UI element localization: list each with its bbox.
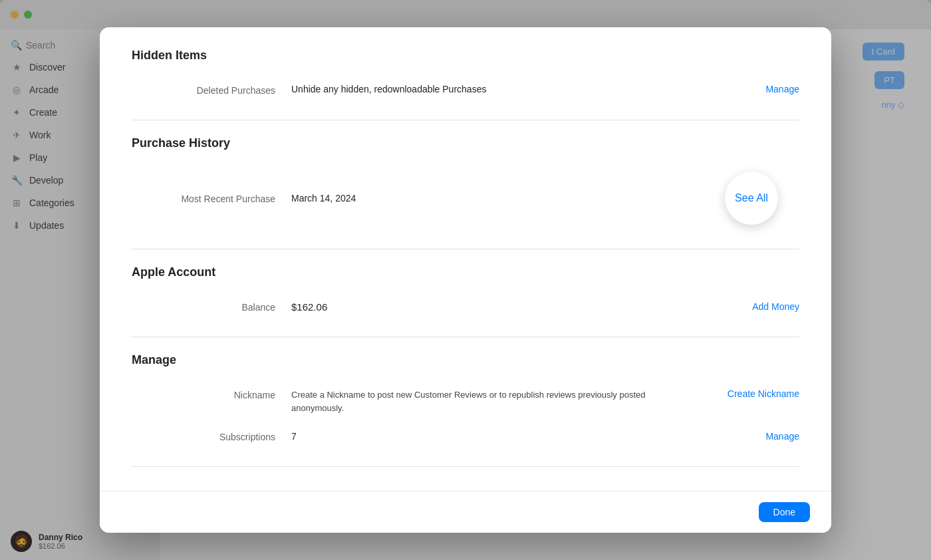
manage-title: Manage [132,353,799,367]
manage-hidden-button[interactable]: Manage [693,84,799,94]
balance-row: Balance $162.06 Add Money [132,293,799,321]
modal-footer: Done [100,491,831,533]
nickname-row: Nickname Create a Nickname to post new C… [132,380,799,422]
subscriptions-count: 7 [291,431,693,442]
hidden-items-section: Hidden Items Deleted Purchases Unhide an… [132,49,799,104]
see-all-label: See All [735,192,768,204]
balance-value: $162.06 [291,301,693,313]
deleted-purchases-label: Deleted Purchases [132,84,291,96]
subscriptions-label: Subscriptions [132,430,291,442]
see-all-button[interactable]: See All [725,172,778,225]
most-recent-label: Most Recent Purchase [132,192,291,204]
create-nickname-button[interactable]: Create Nickname [693,388,799,399]
modal-content: Hidden Items Deleted Purchases Unhide an… [100,27,831,491]
purchase-history-section: Purchase History Most Recent Purchase Ma… [132,136,799,233]
divider-1 [132,120,799,120]
account-modal: Hidden Items Deleted Purchases Unhide an… [100,27,831,533]
divider-4 [132,466,799,467]
deleted-purchases-value: Unhide any hidden, redownloadable Purcha… [291,84,693,94]
nickname-description: Create a Nickname to post new Customer R… [291,388,693,414]
add-money-button[interactable]: Add Money [693,301,799,312]
apple-account-section: Apple Account Balance $162.06 Add Money [132,265,799,321]
most-recent-purchase-row: Most Recent Purchase March 14, 2024 See … [132,164,799,233]
done-button[interactable]: Done [759,502,810,522]
nickname-label: Nickname [132,388,291,400]
deleted-purchases-row: Deleted Purchases Unhide any hidden, red… [132,76,799,104]
apple-account-title: Apple Account [132,265,799,279]
manage-subscriptions-button[interactable]: Manage [693,431,799,442]
manage-section: Manage Nickname Create a Nickname to pos… [132,353,799,450]
most-recent-date: March 14, 2024 [291,193,508,204]
divider-2 [132,249,799,249]
subscriptions-row: Subscriptions 7 Manage [132,422,799,450]
balance-label: Balance [132,301,291,313]
divider-3 [132,337,799,337]
purchase-history-title: Purchase History [132,136,799,150]
hidden-items-title: Hidden Items [132,49,799,63]
